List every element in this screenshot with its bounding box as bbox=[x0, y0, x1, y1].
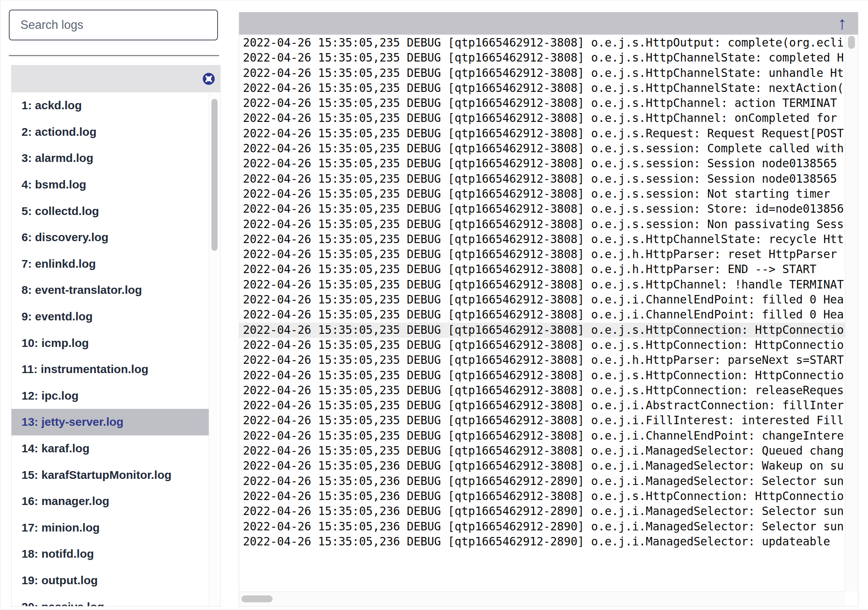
log-file-item[interactable]: 11: instrumentation.log bbox=[12, 356, 209, 383]
log-line[interactable]: 2022-04-26 15:35:05,235 DEBUG [qtp166546… bbox=[239, 247, 845, 262]
log-vertical-scrollbar[interactable] bbox=[845, 35, 858, 592]
log-viewer-panel: ↑ 2022-04-26 15:35:05,235 DEBUG [qtp1665… bbox=[239, 12, 858, 607]
log-file-item[interactable]: 13: jetty-server.log bbox=[12, 409, 209, 435]
log-line[interactable]: 2022-04-26 15:35:05,236 DEBUG [qtp166546… bbox=[239, 474, 845, 489]
log-line[interactable]: 2022-04-26 15:35:05,235 DEBUG [qtp166546… bbox=[239, 172, 845, 187]
log-line[interactable]: 2022-04-26 15:35:05,235 DEBUG [qtp166546… bbox=[239, 217, 845, 232]
log-file-item[interactable]: 7: enlinkd.log bbox=[12, 251, 209, 277]
log-file-item[interactable]: 8: event-translator.log bbox=[12, 277, 209, 303]
search-input[interactable] bbox=[9, 10, 218, 40]
sidebar-scrollbar[interactable] bbox=[209, 92, 220, 606]
log-file-item[interactable]: 9: eventd.log bbox=[12, 303, 209, 330]
log-viewer-app: 1: ackd.log2: actiond.log3: alarmd.log4:… bbox=[0, 0, 868, 610]
sidebar-scrollbar-thumb[interactable] bbox=[211, 99, 218, 251]
log-line[interactable]: 2022-04-26 15:35:05,236 DEBUG [qtp166546… bbox=[239, 489, 845, 504]
log-file-item[interactable]: 19: output.log bbox=[12, 567, 209, 594]
log-line[interactable]: 2022-04-26 15:35:05,235 DEBUG [qtp166546… bbox=[239, 443, 845, 458]
log-line[interactable]: 2022-04-26 15:35:05,235 DEBUG [qtp166546… bbox=[239, 35, 845, 50]
log-line[interactable]: 2022-04-26 15:35:05,235 DEBUG [qtp166546… bbox=[239, 111, 845, 126]
sidebar-divider bbox=[9, 55, 219, 56]
log-content: 2022-04-26 15:35:05,235 DEBUG [qtp166546… bbox=[239, 35, 845, 592]
log-file-item[interactable]: 10: icmp.log bbox=[12, 330, 209, 356]
log-file-item[interactable]: 4: bsmd.log bbox=[12, 172, 209, 198]
log-file-panel: 1: ackd.log2: actiond.log3: alarmd.log4:… bbox=[11, 65, 221, 607]
log-line[interactable]: 2022-04-26 15:35:05,235 DEBUG [qtp166546… bbox=[239, 428, 845, 443]
log-line[interactable]: 2022-04-26 15:35:05,235 DEBUG [qtp166546… bbox=[239, 232, 845, 247]
log-file-item[interactable]: 1: ackd.log bbox=[12, 92, 209, 119]
log-line[interactable]: 2022-04-26 15:35:05,235 DEBUG [qtp166546… bbox=[239, 353, 845, 368]
log-file-item[interactable]: 20: passive.log bbox=[12, 593, 209, 606]
life-ring-icon[interactable] bbox=[202, 72, 216, 86]
log-line[interactable]: 2022-04-26 15:35:05,236 DEBUG [qtp166546… bbox=[239, 534, 845, 549]
log-line[interactable]: 2022-04-26 15:35:05,235 DEBUG [qtp166546… bbox=[239, 66, 845, 81]
log-line[interactable]: 2022-04-26 15:35:05,235 DEBUG [qtp166546… bbox=[239, 187, 845, 202]
log-line[interactable]: 2022-04-26 15:35:05,235 DEBUG [qtp166546… bbox=[239, 413, 845, 428]
log-line[interactable]: 2022-04-26 15:35:05,235 DEBUG [qtp166546… bbox=[239, 126, 845, 141]
log-line[interactable]: 2022-04-26 15:35:05,235 DEBUG [qtp166546… bbox=[239, 156, 845, 171]
log-line[interactable]: 2022-04-26 15:35:05,235 DEBUG [qtp166546… bbox=[239, 277, 845, 292]
log-file-item[interactable]: 3: alarmd.log bbox=[12, 145, 209, 172]
log-horizontal-scrollbar[interactable] bbox=[239, 592, 845, 606]
log-line[interactable]: 2022-04-26 15:35:05,236 DEBUG [qtp166546… bbox=[239, 504, 845, 519]
log-file-item[interactable]: 5: collectd.log bbox=[12, 198, 209, 224]
log-horizontal-scrollbar-thumb[interactable] bbox=[241, 595, 273, 602]
log-vertical-scrollbar-thumb[interactable] bbox=[848, 36, 855, 49]
log-line[interactable]: 2022-04-26 15:35:05,235 DEBUG [qtp166546… bbox=[239, 202, 845, 217]
log-file-item[interactable]: 15: karafStartupMonitor.log bbox=[12, 462, 209, 488]
log-line[interactable]: 2022-04-26 15:35:05,235 DEBUG [qtp166546… bbox=[239, 292, 845, 307]
log-file-item[interactable]: 12: ipc.log bbox=[12, 383, 209, 409]
scroll-to-top-icon[interactable]: ↑ bbox=[838, 12, 846, 35]
log-file-item[interactable]: 14: karaf.log bbox=[12, 435, 209, 462]
log-file-item[interactable]: 2: actiond.log bbox=[12, 119, 209, 145]
log-line[interactable]: 2022-04-26 15:35:05,235 DEBUG [qtp166546… bbox=[239, 262, 845, 277]
log-line[interactable]: 2022-04-26 15:35:05,235 DEBUG [qtp166546… bbox=[239, 81, 845, 96]
log-line[interactable]: 2022-04-26 15:35:05,235 DEBUG [qtp166546… bbox=[239, 398, 845, 413]
log-line[interactable]: 2022-04-26 15:35:05,235 DEBUG [qtp166546… bbox=[239, 141, 845, 156]
log-file-item[interactable]: 16: manager.log bbox=[12, 488, 209, 515]
log-viewer-header: ↑ bbox=[239, 12, 858, 35]
log-line[interactable]: 2022-04-26 15:35:05,235 DEBUG [qtp166546… bbox=[239, 323, 845, 338]
log-line[interactable]: 2022-04-26 15:35:05,235 DEBUG [qtp166546… bbox=[239, 338, 845, 353]
log-file-item[interactable]: 17: minion.log bbox=[12, 515, 209, 541]
log-file-item[interactable]: 18: notifd.log bbox=[12, 541, 209, 567]
log-file-item[interactable]: 6: discovery.log bbox=[12, 224, 209, 251]
log-line[interactable]: 2022-04-26 15:35:05,235 DEBUG [qtp166546… bbox=[239, 383, 845, 398]
log-line[interactable]: 2022-04-26 15:35:05,235 DEBUG [qtp166546… bbox=[239, 50, 845, 65]
log-line[interactable]: 2022-04-26 15:35:05,235 DEBUG [qtp166546… bbox=[239, 307, 845, 322]
log-line[interactable]: 2022-04-26 15:35:05,236 DEBUG [qtp166546… bbox=[239, 458, 845, 473]
log-line[interactable]: 2022-04-26 15:35:05,235 DEBUG [qtp166546… bbox=[239, 96, 845, 111]
log-file-panel-header bbox=[12, 65, 220, 92]
log-line[interactable]: 2022-04-26 15:35:05,235 DEBUG [qtp166546… bbox=[239, 368, 845, 383]
log-line[interactable]: 2022-04-26 15:35:05,236 DEBUG [qtp166546… bbox=[239, 519, 845, 534]
log-file-list: 1: ackd.log2: actiond.log3: alarmd.log4:… bbox=[12, 92, 209, 606]
